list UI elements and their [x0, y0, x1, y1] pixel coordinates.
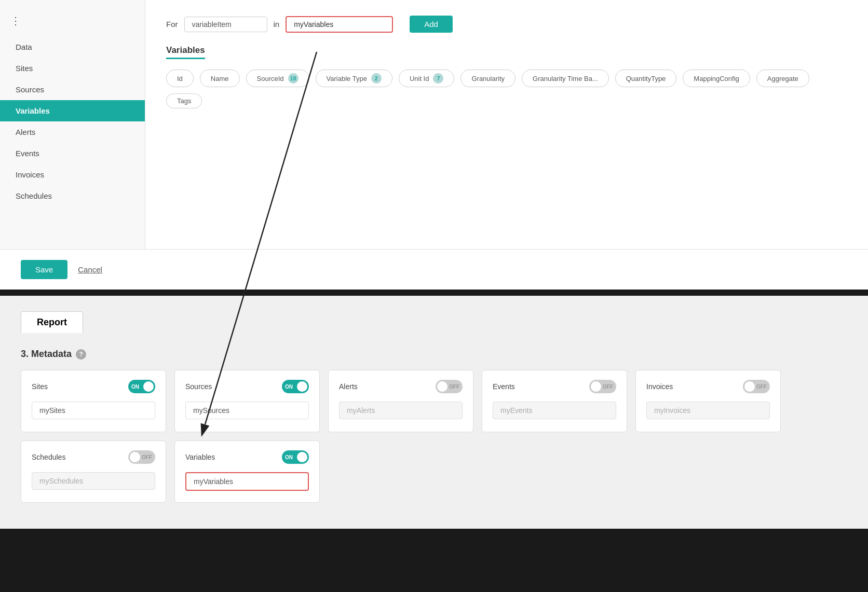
- field-chip-granularity-time[interactable]: Granularity Time Ba...: [522, 70, 609, 87]
- sidebar-item-schedules[interactable]: Schedules: [0, 185, 145, 206]
- unit-id-badge: 7: [433, 73, 443, 84]
- card-sources-header: Sources ON: [185, 380, 309, 393]
- invoices-input: [646, 402, 770, 419]
- card-variables-header: Variables ON: [185, 450, 309, 464]
- help-icon: ?: [76, 349, 86, 360]
- variable-type-badge: 2: [371, 73, 382, 84]
- action-bar: Save Cancel: [0, 249, 868, 290]
- card-sites: Sites ON: [21, 370, 166, 432]
- events-toggle[interactable]: OFF: [589, 380, 616, 393]
- sidebar-item-invoices[interactable]: Invoices: [0, 164, 145, 185]
- events-input: [493, 402, 616, 419]
- card-schedules-title: Schedules: [32, 453, 65, 461]
- sources-input[interactable]: [185, 402, 309, 419]
- field-chip-mapping-config[interactable]: MappingConfig: [683, 70, 750, 87]
- sidebar: ⋮ Data Sites Sources Variables Alerts Ev…: [0, 0, 145, 249]
- sites-input[interactable]: [32, 402, 155, 419]
- field-chip-variable-type[interactable]: Variable Type2: [316, 70, 392, 87]
- sidebar-item-alerts[interactable]: Alerts: [0, 121, 145, 143]
- field-chip-unit-id[interactable]: Unit Id7: [399, 70, 455, 87]
- cards-grid: Sites ON Sources ON: [21, 370, 847, 503]
- sites-toggle[interactable]: ON: [128, 380, 155, 393]
- invoices-toggle[interactable]: OFF: [743, 380, 770, 393]
- alerts-toggle-switch[interactable]: OFF: [436, 380, 463, 393]
- main-content: For in Add Variables Id Name SourceId18 …: [145, 0, 868, 249]
- sidebar-item-events[interactable]: Events: [0, 143, 145, 164]
- card-events-title: Events: [493, 382, 515, 391]
- schedules-toggle-switch[interactable]: OFF: [128, 450, 155, 464]
- card-events-header: Events OFF: [493, 380, 616, 393]
- invoices-toggle-switch[interactable]: OFF: [743, 380, 770, 393]
- events-toggle-switch[interactable]: OFF: [589, 380, 616, 393]
- sources-toggle[interactable]: ON: [282, 380, 309, 393]
- menu-icon[interactable]: ⋮: [0, 10, 145, 31]
- variables-section-title: Variables: [166, 45, 205, 59]
- card-alerts: Alerts OFF: [328, 370, 473, 432]
- variables-input-bottom[interactable]: [185, 472, 309, 491]
- card-invoices-title: Invoices: [646, 382, 673, 391]
- fields-grid: Id Name SourceId18 Variable Type2 Unit I…: [166, 70, 847, 108]
- card-sources: Sources ON: [174, 370, 320, 432]
- add-button[interactable]: Add: [410, 16, 453, 33]
- card-schedules-header: Schedules OFF: [32, 450, 155, 464]
- card-alerts-title: Alerts: [339, 382, 358, 391]
- sourceid-badge: 18: [288, 73, 299, 84]
- card-invoices: Invoices OFF: [635, 370, 781, 432]
- metadata-heading: 3. Metadata ?: [21, 349, 847, 360]
- card-sites-title: Sites: [32, 382, 48, 391]
- card-events: Events OFF: [482, 370, 627, 432]
- sidebar-item-sites[interactable]: Sites: [0, 58, 145, 79]
- variables-toggle[interactable]: ON: [282, 450, 309, 464]
- field-chip-name[interactable]: Name: [200, 70, 240, 87]
- card-variables-title: Variables: [185, 453, 215, 461]
- variable-item-input[interactable]: [184, 17, 267, 32]
- save-button[interactable]: Save: [21, 260, 67, 279]
- sources-toggle-switch[interactable]: ON: [282, 380, 309, 393]
- schedules-toggle[interactable]: OFF: [128, 450, 155, 464]
- divider-bar: [0, 290, 868, 296]
- card-sources-title: Sources: [185, 382, 212, 391]
- field-chip-sourceid[interactable]: SourceId18: [246, 70, 309, 87]
- card-invoices-header: Invoices OFF: [646, 380, 770, 393]
- sidebar-item-data[interactable]: Data: [0, 36, 145, 58]
- card-sites-header: Sites ON: [32, 380, 155, 393]
- in-label: in: [274, 20, 280, 29]
- field-chip-tags[interactable]: Tags: [166, 93, 202, 108]
- sites-toggle-switch[interactable]: ON: [128, 380, 155, 393]
- field-chip-granularity[interactable]: Granularity: [460, 70, 516, 87]
- my-variables-input-top[interactable]: [286, 16, 393, 33]
- bottom-section: Report 3. Metadata ? Sites ON: [0, 296, 868, 529]
- for-row: For in Add: [166, 16, 847, 33]
- alerts-input: [339, 402, 463, 419]
- cancel-button[interactable]: Cancel: [78, 265, 102, 274]
- sidebar-item-sources[interactable]: Sources: [0, 79, 145, 100]
- for-label: For: [166, 20, 178, 29]
- field-chip-quantity-type[interactable]: QuantityType: [615, 70, 677, 87]
- alerts-toggle[interactable]: OFF: [436, 380, 463, 393]
- field-chip-id[interactable]: Id: [166, 70, 194, 87]
- field-chip-aggregate[interactable]: Aggregate: [756, 70, 809, 87]
- sidebar-item-variables[interactable]: Variables: [0, 100, 145, 121]
- card-schedules: Schedules OFF: [21, 440, 166, 503]
- variables-toggle-switch[interactable]: ON: [282, 450, 309, 464]
- report-tab[interactable]: Report: [21, 311, 83, 333]
- card-alerts-header: Alerts OFF: [339, 380, 463, 393]
- card-variables: Variables ON: [174, 440, 320, 503]
- schedules-input: [32, 472, 155, 490]
